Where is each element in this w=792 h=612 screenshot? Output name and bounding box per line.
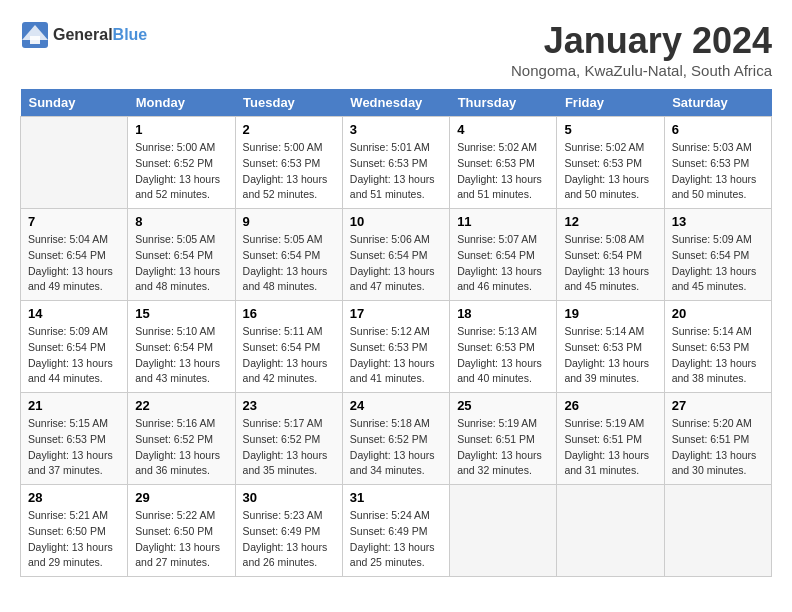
calendar-cell: 29Sunrise: 5:22 AMSunset: 6:50 PMDayligh… bbox=[128, 485, 235, 577]
day-number: 17 bbox=[350, 306, 442, 321]
calendar-cell: 21Sunrise: 5:15 AMSunset: 6:53 PMDayligh… bbox=[21, 393, 128, 485]
day-info: Sunrise: 5:05 AMSunset: 6:54 PMDaylight:… bbox=[243, 232, 335, 295]
day-number: 28 bbox=[28, 490, 120, 505]
week-row-5: 28Sunrise: 5:21 AMSunset: 6:50 PMDayligh… bbox=[21, 485, 772, 577]
calendar-cell: 24Sunrise: 5:18 AMSunset: 6:52 PMDayligh… bbox=[342, 393, 449, 485]
day-info: Sunrise: 5:00 AMSunset: 6:53 PMDaylight:… bbox=[243, 140, 335, 203]
week-row-2: 7Sunrise: 5:04 AMSunset: 6:54 PMDaylight… bbox=[21, 209, 772, 301]
calendar-cell: 10Sunrise: 5:06 AMSunset: 6:54 PMDayligh… bbox=[342, 209, 449, 301]
day-number: 9 bbox=[243, 214, 335, 229]
day-number: 18 bbox=[457, 306, 549, 321]
calendar-table: SundayMondayTuesdayWednesdayThursdayFrid… bbox=[20, 89, 772, 577]
calendar-cell: 28Sunrise: 5:21 AMSunset: 6:50 PMDayligh… bbox=[21, 485, 128, 577]
day-info: Sunrise: 5:06 AMSunset: 6:54 PMDaylight:… bbox=[350, 232, 442, 295]
day-info: Sunrise: 5:17 AMSunset: 6:52 PMDaylight:… bbox=[243, 416, 335, 479]
day-info: Sunrise: 5:18 AMSunset: 6:52 PMDaylight:… bbox=[350, 416, 442, 479]
calendar-cell: 25Sunrise: 5:19 AMSunset: 6:51 PMDayligh… bbox=[450, 393, 557, 485]
calendar-cell: 13Sunrise: 5:09 AMSunset: 6:54 PMDayligh… bbox=[664, 209, 771, 301]
day-number: 14 bbox=[28, 306, 120, 321]
day-info: Sunrise: 5:19 AMSunset: 6:51 PMDaylight:… bbox=[457, 416, 549, 479]
header-row: SundayMondayTuesdayWednesdayThursdayFrid… bbox=[21, 89, 772, 117]
day-number: 22 bbox=[135, 398, 227, 413]
day-number: 3 bbox=[350, 122, 442, 137]
calendar-cell: 18Sunrise: 5:13 AMSunset: 6:53 PMDayligh… bbox=[450, 301, 557, 393]
day-number: 16 bbox=[243, 306, 335, 321]
day-number: 6 bbox=[672, 122, 764, 137]
day-info: Sunrise: 5:04 AMSunset: 6:54 PMDaylight:… bbox=[28, 232, 120, 295]
logo-blue-text: Blue bbox=[113, 26, 148, 43]
calendar-cell: 16Sunrise: 5:11 AMSunset: 6:54 PMDayligh… bbox=[235, 301, 342, 393]
day-number: 4 bbox=[457, 122, 549, 137]
calendar-cell: 6Sunrise: 5:03 AMSunset: 6:53 PMDaylight… bbox=[664, 117, 771, 209]
day-info: Sunrise: 5:24 AMSunset: 6:49 PMDaylight:… bbox=[350, 508, 442, 571]
day-number: 19 bbox=[564, 306, 656, 321]
calendar-cell bbox=[664, 485, 771, 577]
calendar-cell: 7Sunrise: 5:04 AMSunset: 6:54 PMDaylight… bbox=[21, 209, 128, 301]
day-info: Sunrise: 5:12 AMSunset: 6:53 PMDaylight:… bbox=[350, 324, 442, 387]
calendar-cell: 9Sunrise: 5:05 AMSunset: 6:54 PMDaylight… bbox=[235, 209, 342, 301]
calendar-cell: 23Sunrise: 5:17 AMSunset: 6:52 PMDayligh… bbox=[235, 393, 342, 485]
day-info: Sunrise: 5:11 AMSunset: 6:54 PMDaylight:… bbox=[243, 324, 335, 387]
calendar-cell bbox=[21, 117, 128, 209]
week-row-4: 21Sunrise: 5:15 AMSunset: 6:53 PMDayligh… bbox=[21, 393, 772, 485]
day-info: Sunrise: 5:15 AMSunset: 6:53 PMDaylight:… bbox=[28, 416, 120, 479]
logo-icon bbox=[20, 20, 50, 50]
header-day-monday: Monday bbox=[128, 89, 235, 117]
calendar-cell: 5Sunrise: 5:02 AMSunset: 6:53 PMDaylight… bbox=[557, 117, 664, 209]
day-info: Sunrise: 5:07 AMSunset: 6:54 PMDaylight:… bbox=[457, 232, 549, 295]
header-day-saturday: Saturday bbox=[664, 89, 771, 117]
calendar-cell: 2Sunrise: 5:00 AMSunset: 6:53 PMDaylight… bbox=[235, 117, 342, 209]
calendar-cell: 3Sunrise: 5:01 AMSunset: 6:53 PMDaylight… bbox=[342, 117, 449, 209]
day-number: 7 bbox=[28, 214, 120, 229]
calendar-cell: 30Sunrise: 5:23 AMSunset: 6:49 PMDayligh… bbox=[235, 485, 342, 577]
calendar-cell: 20Sunrise: 5:14 AMSunset: 6:53 PMDayligh… bbox=[664, 301, 771, 393]
week-row-3: 14Sunrise: 5:09 AMSunset: 6:54 PMDayligh… bbox=[21, 301, 772, 393]
day-number: 12 bbox=[564, 214, 656, 229]
calendar-cell: 22Sunrise: 5:16 AMSunset: 6:52 PMDayligh… bbox=[128, 393, 235, 485]
header-day-sunday: Sunday bbox=[21, 89, 128, 117]
day-info: Sunrise: 5:23 AMSunset: 6:49 PMDaylight:… bbox=[243, 508, 335, 571]
day-info: Sunrise: 5:16 AMSunset: 6:52 PMDaylight:… bbox=[135, 416, 227, 479]
day-number: 29 bbox=[135, 490, 227, 505]
page-header: GeneralBlue January 2024 Nongoma, KwaZul… bbox=[20, 20, 772, 79]
day-number: 11 bbox=[457, 214, 549, 229]
day-info: Sunrise: 5:14 AMSunset: 6:53 PMDaylight:… bbox=[672, 324, 764, 387]
day-info: Sunrise: 5:01 AMSunset: 6:53 PMDaylight:… bbox=[350, 140, 442, 203]
calendar-cell: 4Sunrise: 5:02 AMSunset: 6:53 PMDaylight… bbox=[450, 117, 557, 209]
logo: GeneralBlue bbox=[20, 20, 147, 50]
calendar-cell: 8Sunrise: 5:05 AMSunset: 6:54 PMDaylight… bbox=[128, 209, 235, 301]
logo-general-text: General bbox=[53, 26, 113, 43]
calendar-cell: 26Sunrise: 5:19 AMSunset: 6:51 PMDayligh… bbox=[557, 393, 664, 485]
day-info: Sunrise: 5:10 AMSunset: 6:54 PMDaylight:… bbox=[135, 324, 227, 387]
calendar-cell: 12Sunrise: 5:08 AMSunset: 6:54 PMDayligh… bbox=[557, 209, 664, 301]
day-number: 21 bbox=[28, 398, 120, 413]
day-info: Sunrise: 5:03 AMSunset: 6:53 PMDaylight:… bbox=[672, 140, 764, 203]
calendar-title: January 2024 bbox=[511, 20, 772, 62]
calendar-cell: 19Sunrise: 5:14 AMSunset: 6:53 PMDayligh… bbox=[557, 301, 664, 393]
day-number: 23 bbox=[243, 398, 335, 413]
week-row-1: 1Sunrise: 5:00 AMSunset: 6:52 PMDaylight… bbox=[21, 117, 772, 209]
calendar-cell: 11Sunrise: 5:07 AMSunset: 6:54 PMDayligh… bbox=[450, 209, 557, 301]
header-day-wednesday: Wednesday bbox=[342, 89, 449, 117]
day-info: Sunrise: 5:13 AMSunset: 6:53 PMDaylight:… bbox=[457, 324, 549, 387]
calendar-cell: 31Sunrise: 5:24 AMSunset: 6:49 PMDayligh… bbox=[342, 485, 449, 577]
day-number: 15 bbox=[135, 306, 227, 321]
calendar-cell bbox=[450, 485, 557, 577]
calendar-cell: 1Sunrise: 5:00 AMSunset: 6:52 PMDaylight… bbox=[128, 117, 235, 209]
day-info: Sunrise: 5:14 AMSunset: 6:53 PMDaylight:… bbox=[564, 324, 656, 387]
day-number: 27 bbox=[672, 398, 764, 413]
calendar-cell: 17Sunrise: 5:12 AMSunset: 6:53 PMDayligh… bbox=[342, 301, 449, 393]
day-info: Sunrise: 5:05 AMSunset: 6:54 PMDaylight:… bbox=[135, 232, 227, 295]
calendar-subtitle: Nongoma, KwaZulu-Natal, South Africa bbox=[511, 62, 772, 79]
day-info: Sunrise: 5:22 AMSunset: 6:50 PMDaylight:… bbox=[135, 508, 227, 571]
day-number: 20 bbox=[672, 306, 764, 321]
day-number: 1 bbox=[135, 122, 227, 137]
day-number: 31 bbox=[350, 490, 442, 505]
day-info: Sunrise: 5:00 AMSunset: 6:52 PMDaylight:… bbox=[135, 140, 227, 203]
header-day-tuesday: Tuesday bbox=[235, 89, 342, 117]
day-info: Sunrise: 5:09 AMSunset: 6:54 PMDaylight:… bbox=[28, 324, 120, 387]
day-number: 26 bbox=[564, 398, 656, 413]
calendar-cell: 14Sunrise: 5:09 AMSunset: 6:54 PMDayligh… bbox=[21, 301, 128, 393]
calendar-cell: 27Sunrise: 5:20 AMSunset: 6:51 PMDayligh… bbox=[664, 393, 771, 485]
day-number: 13 bbox=[672, 214, 764, 229]
